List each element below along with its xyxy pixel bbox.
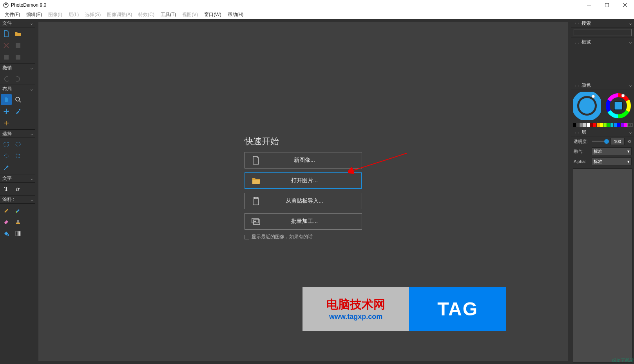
alpha-select[interactable]: 标准▾ <box>592 158 632 165</box>
section-layout[interactable]: 布局⌵ <box>0 85 35 93</box>
swatch[interactable] <box>600 123 603 127</box>
swatch[interactable] <box>614 123 617 127</box>
clone-tool-icon[interactable] <box>13 216 24 227</box>
section-file[interactable]: 文件⌵ <box>0 19 35 27</box>
section-text[interactable]: 文字⌵ <box>0 174 35 183</box>
brush-tool-icon[interactable] <box>13 205 24 216</box>
section-search-label: 搜索 <box>581 20 591 27</box>
layer-list[interactable] <box>573 168 632 362</box>
zoom-tool-icon[interactable] <box>13 94 24 105</box>
section-color[interactable]: ⋮⋮颜色⌵ <box>571 81 634 89</box>
swatch-row: ••• <box>571 122 634 128</box>
swatch[interactable] <box>610 123 614 127</box>
new-file-icon[interactable] <box>1 28 12 39</box>
text-tool-icon[interactable]: T <box>1 183 12 194</box>
export-icon[interactable] <box>13 52 24 63</box>
menu-tool[interactable]: 工具(T) <box>158 10 179 19</box>
clipboard-icon <box>245 197 267 205</box>
batch-label: 批量加工... <box>267 218 362 225</box>
svg-point-17 <box>16 142 20 146</box>
from-clipboard-button[interactable]: 从剪贴板导入... <box>245 193 362 209</box>
section-paint[interactable]: 涂料 :⌵ <box>0 195 35 204</box>
section-search[interactable]: ⋮⋮搜索⌵ <box>571 19 634 27</box>
svg-point-11 <box>16 97 20 101</box>
section-select[interactable]: 选择⌵ <box>0 129 35 138</box>
color-wheel-left[interactable] <box>573 92 601 120</box>
blend-select[interactable]: 标准▾ <box>592 147 632 155</box>
show-recent-checkbox[interactable]: 显示最近的图像，如果有的话 <box>245 234 362 240</box>
from-clipboard-label: 从剪贴板导入... <box>267 197 362 205</box>
opacity-value[interactable]: 100 <box>610 138 625 145</box>
section-text-label: 文字 <box>2 175 12 182</box>
canvas-area: 快速开始 新图像... 打开图片... 从剪贴板导入... 批量加工... <box>35 19 571 364</box>
menu-image[interactable]: 图像(I) <box>45 10 65 19</box>
swatch[interactable] <box>576 123 580 127</box>
close-file-icon[interactable] <box>1 40 12 51</box>
eyedropper-tool-icon[interactable] <box>13 106 24 117</box>
quick-start-panel: 快速开始 新图像... 打开图片... 从剪贴板导入... 批量加工... <box>245 136 362 240</box>
batch-button[interactable]: 批量加工... <box>245 213 362 230</box>
color-wheel-right[interactable] <box>604 92 632 120</box>
ellipse-select-icon[interactable] <box>13 139 24 150</box>
search-input[interactable] <box>574 29 632 36</box>
menu-layer[interactable]: 层(L) <box>65 10 82 19</box>
opacity-label: 透明度: <box>574 139 590 145</box>
swatch[interactable] <box>590 123 593 127</box>
menu-effect[interactable]: 特效(C) <box>135 10 158 19</box>
watermark-banner: 电脑技术网 www.tagxp.com TAG <box>303 287 506 331</box>
menu-help[interactable]: 帮助(H) <box>225 10 247 19</box>
minimize-button[interactable] <box>580 0 598 10</box>
move-tool-icon[interactable] <box>1 106 12 117</box>
link-icon[interactable]: ⟲ <box>626 139 632 144</box>
swatch[interactable] <box>593 123 596 127</box>
swatch[interactable] <box>617 123 620 127</box>
section-layer[interactable]: ⋮⋮层⌵ <box>571 128 634 136</box>
section-preview-label: 概览 <box>581 39 591 45</box>
redo-icon[interactable] <box>13 73 24 84</box>
wand-select-icon[interactable] <box>1 162 12 173</box>
menu-file[interactable]: 文件(F) <box>2 10 23 19</box>
new-image-button[interactable]: 新图像... <box>245 152 362 168</box>
swatch[interactable] <box>580 123 583 127</box>
close-button[interactable] <box>616 0 634 10</box>
save-as-icon[interactable] <box>1 52 12 63</box>
menu-view[interactable]: 视图(V) <box>179 10 201 19</box>
save-icon[interactable] <box>13 40 24 51</box>
section-undo[interactable]: 撤销⌵ <box>0 63 35 72</box>
swatch[interactable] <box>624 123 627 127</box>
section-layer-label: 层 <box>581 129 586 136</box>
menu-window[interactable]: 窗口(W) <box>201 10 224 19</box>
swatch[interactable] <box>587 123 590 127</box>
hand-tool-icon[interactable] <box>1 94 12 105</box>
app-title: PhotoDemon 9.0 <box>11 2 580 8</box>
section-preview[interactable]: ⋮⋮概览⌵ <box>571 38 634 46</box>
pencil-tool-icon[interactable] <box>1 205 12 216</box>
undo-icon[interactable] <box>1 73 12 84</box>
fill-tool-icon[interactable] <box>1 228 12 239</box>
eraser-tool-icon[interactable] <box>1 216 12 227</box>
swatch[interactable] <box>583 123 586 127</box>
svg-point-34 <box>621 94 625 97</box>
poly-select-icon[interactable] <box>13 150 24 161</box>
gradient-tool-icon[interactable] <box>13 228 24 239</box>
rect-select-icon[interactable] <box>1 139 12 150</box>
menu-select[interactable]: 选择(S) <box>82 10 104 19</box>
opacity-slider[interactable] <box>592 141 609 142</box>
swatch[interactable] <box>603 123 607 127</box>
swatch[interactable] <box>607 123 610 127</box>
menu-edit[interactable]: 编辑(E) <box>23 10 45 19</box>
menu-adjust[interactable]: 图像调整(A) <box>104 10 135 19</box>
text-path-tool-icon[interactable]: tr <box>13 183 24 194</box>
svg-point-21 <box>7 234 9 236</box>
lasso-select-icon[interactable] <box>1 150 12 161</box>
ruler-tool-icon[interactable] <box>1 118 12 129</box>
svg-point-30 <box>579 98 595 114</box>
swatch[interactable] <box>621 123 624 127</box>
more-swatches-icon[interactable]: ••• <box>627 123 632 127</box>
maximize-button[interactable] <box>598 0 616 10</box>
open-folder-icon[interactable] <box>13 28 24 39</box>
swatch[interactable] <box>573 123 576 127</box>
right-panel: ⋮⋮搜索⌵ ⋮⋮概览⌵ ⋮⋮颜色⌵ <box>571 19 634 364</box>
open-image-button[interactable]: 打开图片... <box>245 172 362 189</box>
swatch[interactable] <box>597 123 600 127</box>
